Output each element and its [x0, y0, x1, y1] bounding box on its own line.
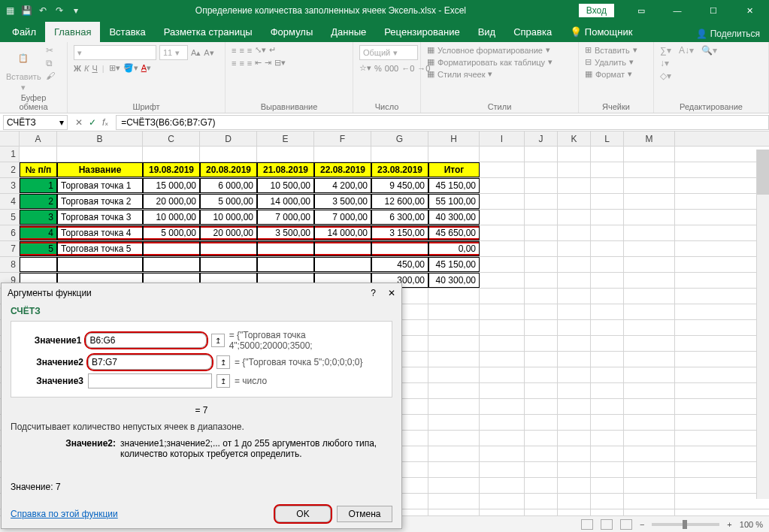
cell[interactable]: 3 150,00 [371, 225, 428, 240]
cell[interactable] [480, 178, 525, 193]
zoom-in-icon[interactable]: + [727, 520, 731, 529]
cell[interactable] [428, 494, 480, 509]
cell[interactable]: 45 150,00 [428, 178, 480, 193]
copy-icon[interactable]: ⧉ [46, 58, 55, 68]
collapse-dialog-icon[interactable]: ↥ [216, 355, 230, 369]
delete-cells-button[interactable]: ⊟ Удалить ▾ [585, 57, 634, 67]
cell[interactable] [624, 494, 675, 509]
dialog-close-icon[interactable]: ✕ [388, 288, 395, 298]
cell[interactable] [558, 352, 591, 367]
cell[interactable]: Торговая точка 3 [57, 210, 143, 225]
cell[interactable]: 1 [20, 178, 57, 193]
cell[interactable] [558, 446, 591, 461]
tab-file[interactable]: Файл [3, 22, 45, 42]
cell[interactable]: 5 000,00 [143, 225, 200, 240]
cell[interactable]: 14 000,00 [257, 194, 314, 209]
cell[interactable]: Торговая точка 4 [57, 225, 143, 240]
cell[interactable]: 21.08.2019 [257, 162, 314, 177]
cell[interactable] [525, 241, 558, 256]
cell[interactable] [558, 194, 591, 209]
cell[interactable] [624, 257, 675, 272]
cell[interactable]: 9 450,00 [371, 178, 428, 193]
cell[interactable] [428, 352, 480, 367]
cell[interactable] [200, 257, 257, 272]
zoom-out-icon[interactable]: − [640, 520, 644, 529]
share-button[interactable]: Поделиться [710, 29, 760, 39]
cell[interactable] [480, 304, 525, 319]
cell[interactable] [558, 147, 591, 162]
cell[interactable] [525, 336, 558, 351]
ribbon-options-icon[interactable]: ▭ [625, 0, 658, 21]
cell[interactable] [428, 383, 480, 398]
cell[interactable] [57, 257, 143, 272]
cell[interactable] [558, 273, 591, 288]
cell[interactable] [314, 147, 371, 162]
cell[interactable] [257, 147, 314, 162]
cell-styles-button[interactable]: ▦ Стили ячеек ▾ [427, 69, 492, 79]
cell[interactable] [480, 494, 525, 509]
comma-icon[interactable]: 000 [385, 64, 398, 73]
column-header[interactable]: H [428, 131, 480, 146]
row-header[interactable]: 8 [0, 257, 20, 272]
minimize-button[interactable]: — [661, 0, 694, 21]
cell[interactable] [558, 304, 591, 319]
cell[interactable] [558, 178, 591, 193]
cell[interactable] [480, 162, 525, 177]
cancel-formula-icon[interactable]: ✕ [75, 117, 83, 128]
autosum-icon[interactable]: ∑▾ [660, 45, 671, 56]
cell[interactable] [525, 194, 558, 209]
fill-color-button[interactable]: 🪣▾ [123, 63, 138, 73]
cell[interactable] [525, 415, 558, 430]
decrease-indent-icon[interactable]: ⇤ [255, 58, 262, 68]
cell[interactable] [480, 225, 525, 240]
tab-data[interactable]: Данные [322, 22, 375, 42]
cell[interactable] [558, 478, 591, 493]
cell[interactable] [591, 431, 624, 446]
cell[interactable] [624, 383, 675, 398]
cell[interactable] [480, 289, 525, 304]
merge-icon[interactable]: ⊟▾ [274, 58, 286, 68]
cell[interactable] [624, 431, 675, 446]
cell[interactable]: 5 [20, 241, 57, 256]
cell[interactable] [558, 399, 591, 414]
font-color-button[interactable]: A▾ [141, 63, 151, 73]
cell[interactable] [558, 431, 591, 446]
cell[interactable] [624, 320, 675, 335]
row-header[interactable]: 6 [0, 225, 20, 240]
cell[interactable] [480, 462, 525, 477]
column-header[interactable]: C [143, 131, 200, 146]
cell[interactable] [624, 162, 675, 177]
cell[interactable] [20, 147, 57, 162]
cell[interactable] [624, 446, 675, 461]
cell[interactable] [591, 147, 624, 162]
cell[interactable] [428, 415, 480, 430]
tab-review[interactable]: Рецензирование [375, 22, 468, 42]
zoom-slider[interactable] [652, 523, 719, 526]
cell[interactable] [591, 336, 624, 351]
cell[interactable]: 45 650,00 [428, 225, 480, 240]
save-icon[interactable]: 💾 [20, 4, 33, 17]
tab-home[interactable]: Главная [45, 22, 100, 42]
cell[interactable]: 23.08.2019 [371, 162, 428, 177]
cell[interactable] [525, 383, 558, 398]
align-top-icon[interactable]: ≡ [232, 46, 236, 55]
cell[interactable]: 7 000,00 [257, 210, 314, 225]
align-center-icon[interactable]: ≡ [239, 59, 244, 68]
cell[interactable]: 4 200,00 [314, 178, 371, 193]
collapse-dialog-icon[interactable]: ↥ [216, 374, 230, 388]
cell[interactable] [591, 289, 624, 304]
tab-page-layout[interactable]: Разметка страницы [155, 22, 262, 42]
cell[interactable] [591, 178, 624, 193]
cell[interactable]: Название [57, 162, 143, 177]
currency-icon[interactable]: ☆▾ [359, 63, 371, 73]
cell[interactable] [525, 367, 558, 382]
cell[interactable]: Торговая точка 1 [57, 178, 143, 193]
cell[interactable] [591, 210, 624, 225]
cancel-button[interactable]: Отмена [337, 506, 392, 522]
row-header[interactable]: 7 [0, 241, 20, 256]
cell[interactable] [624, 225, 675, 240]
dialog-titlebar[interactable]: Аргументы функции ? ✕ [2, 283, 401, 303]
cell[interactable] [480, 210, 525, 225]
cell[interactable]: 10 000,00 [200, 210, 257, 225]
cell[interactable] [591, 399, 624, 414]
